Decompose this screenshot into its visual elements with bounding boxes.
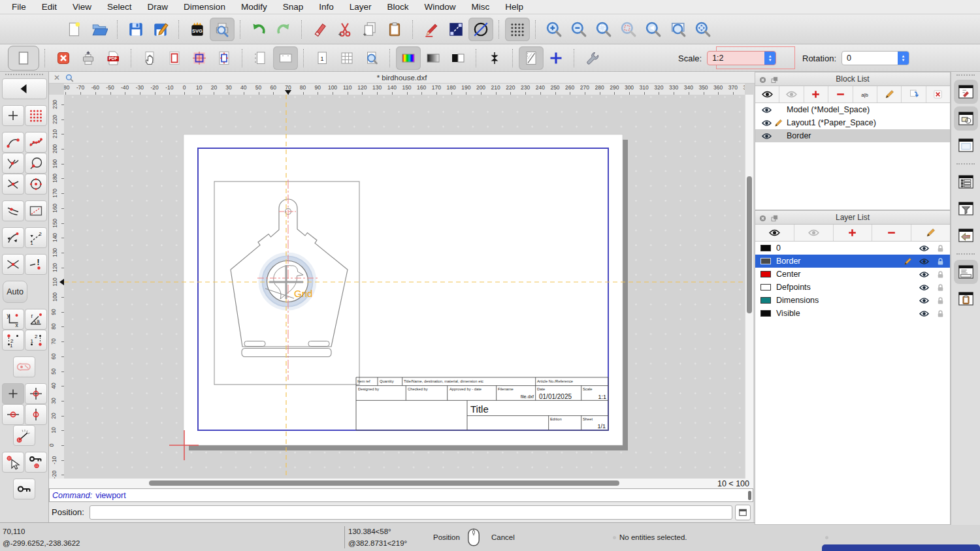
paste-button[interactable] [382, 18, 407, 41]
layer-add-button[interactable] [834, 225, 873, 241]
snap-intersection-button[interactable] [2, 153, 24, 174]
horizontal-scrollbar[interactable]: 10 < 100 [49, 479, 753, 488]
coordinate-cartesian-button[interactable]: yx [2, 309, 24, 330]
print-button[interactable] [76, 46, 101, 70]
layer-lock-icon[interactable] [934, 270, 946, 279]
command-scrollbar-thumb[interactable] [748, 491, 751, 500]
layer-color-swatch[interactable] [760, 258, 771, 264]
snap-grid-iso-button[interactable] [25, 200, 47, 221]
dock-layer-list-button[interactable] [954, 106, 978, 131]
zoom-page-button[interactable] [359, 46, 384, 70]
relative-zero-button[interactable] [13, 479, 35, 499]
snap-distance-button[interactable] [2, 200, 24, 221]
grayscale-mode-button[interactable] [421, 46, 446, 70]
rotation-stepper-icon[interactable]: ▲▼ [898, 52, 909, 65]
layer-hide-all-button[interactable] [794, 225, 834, 241]
drawing-canvas[interactable]: Grid Item ref Quantity Title/Name, desti… [64, 95, 745, 479]
layer-row[interactable]: Visible [755, 307, 950, 320]
menu-snap[interactable]: Snap [275, 2, 312, 12]
layer-color-swatch[interactable] [760, 284, 771, 291]
command-window-toggle-button[interactable] [735, 505, 751, 520]
crosshair-button[interactable] [544, 46, 568, 70]
multi-page-button[interactable] [335, 46, 359, 70]
zoom-pan-button[interactable] [691, 18, 715, 41]
layer-row[interactable]: 0 [755, 242, 950, 255]
zoom-previous-button[interactable] [616, 18, 641, 41]
block-rename-button[interactable]: a|b [853, 86, 877, 102]
dock-block-list-button[interactable] [954, 80, 978, 104]
menu-view[interactable]: View [65, 2, 99, 12]
restrict-vertical-button[interactable] [25, 404, 47, 425]
grid-toggle-button[interactable] [505, 18, 530, 41]
command-line[interactable]: Command: viewport [49, 488, 753, 502]
horizontal-scrollbar-thumb[interactable] [149, 480, 619, 486]
vertical-scrollbar-thumb[interactable] [747, 176, 752, 313]
reference-points-button[interactable]: 12 [25, 227, 47, 248]
redo-button[interactable] [271, 18, 296, 41]
restrict-horizontal-button[interactable] [2, 404, 24, 425]
layer-lock-icon[interactable] [934, 309, 946, 319]
pen-button[interactable] [419, 18, 444, 41]
menu-help[interactable]: Help [497, 2, 531, 12]
menu-layer[interactable]: Layer [342, 2, 380, 12]
zoom-redraw-button[interactable] [641, 18, 666, 41]
block-add-button[interactable] [804, 86, 828, 102]
menu-misc[interactable]: Misc [464, 2, 498, 12]
fit-viewport-button[interactable] [187, 46, 212, 70]
layer-show-all-button[interactable] [755, 225, 794, 241]
zoom-window-button[interactable] [666, 18, 691, 41]
zoom-auto-button[interactable] [591, 18, 616, 41]
close-print-preview-button[interactable] [51, 46, 76, 70]
layer-visibility-icon[interactable] [918, 257, 930, 266]
print-preview-button[interactable] [210, 18, 235, 41]
scale-combobox[interactable]: 1:2 ▲▼ [707, 51, 776, 65]
layer-row[interactable]: Border [755, 255, 950, 268]
block-visibility-icon[interactable] [760, 118, 772, 128]
center-page-button[interactable] [212, 46, 237, 70]
vertical-scrollbar[interactable] [745, 95, 753, 479]
pan-page-button[interactable] [137, 46, 162, 70]
layer-row[interactable]: Dimensions [755, 294, 950, 307]
block-remove-button[interactable] [828, 86, 853, 102]
save-as-button[interactable] [148, 18, 173, 41]
line-tool-button[interactable] [444, 18, 468, 41]
layer-lock-icon[interactable] [934, 283, 946, 292]
layer-edit-icon[interactable] [902, 257, 913, 266]
delete-button[interactable] [308, 18, 333, 41]
blackwhite-mode-button[interactable] [446, 46, 470, 70]
block-row[interactable]: Layout1 (*Paper_Space) [755, 116, 950, 129]
layer-edit-button[interactable] [911, 225, 950, 241]
settings-button[interactable] [580, 46, 605, 70]
layer-visibility-icon[interactable] [918, 283, 930, 292]
dock-clipboard-button[interactable] [954, 287, 978, 311]
copy-button[interactable] [357, 18, 382, 41]
snap-center-button[interactable] [25, 174, 47, 195]
reference-2-1-button[interactable]: 21 [25, 330, 47, 351]
page-setup-button[interactable] [8, 46, 39, 71]
select-entity-button[interactable] [2, 452, 24, 473]
zoom-out-button[interactable] [566, 18, 591, 41]
dock-library-browser-button[interactable] [954, 133, 978, 157]
layer-lock-icon[interactable] [934, 257, 946, 266]
back-button[interactable] [2, 78, 47, 99]
menu-modify[interactable]: Modify [233, 2, 275, 12]
open-file-button[interactable] [87, 18, 112, 41]
block-show-all-button[interactable] [755, 86, 779, 102]
menu-block[interactable]: Block [380, 2, 417, 12]
landscape-button[interactable] [273, 46, 298, 70]
dock-entity-list-button[interactable] [954, 170, 978, 194]
snap-on-entity-button[interactable] [25, 132, 47, 153]
dock-layer-filter-button[interactable] [954, 197, 978, 221]
snap-cross-button[interactable] [2, 254, 24, 275]
menu-window[interactable]: Window [417, 2, 464, 12]
menu-file[interactable]: File [4, 2, 34, 12]
layer-visibility-icon[interactable] [918, 244, 930, 253]
scale-stepper-icon[interactable]: ▲▼ [764, 52, 776, 65]
menu-select[interactable]: Select [99, 2, 140, 12]
block-row[interactable]: Model (*Model_Space) [755, 103, 950, 116]
export-svg-button[interactable]: SVG [185, 18, 210, 41]
draft-mode-button[interactable] [519, 46, 544, 70]
layer-color-swatch[interactable] [760, 310, 771, 317]
export-pdf-button[interactable]: PDF [101, 46, 125, 70]
layer-lock-icon[interactable] [934, 296, 946, 306]
